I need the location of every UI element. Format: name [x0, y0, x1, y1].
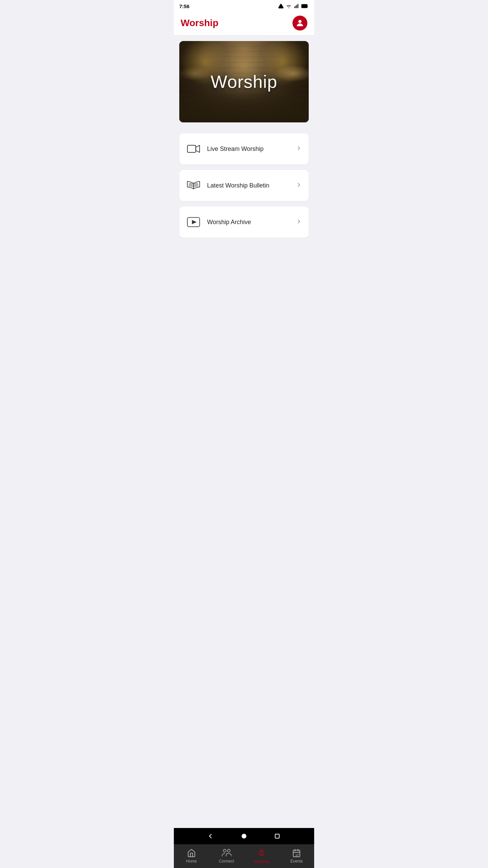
bulletin-card[interactable]: Latest Worship Bulletin	[179, 170, 309, 201]
open-book-icon	[186, 178, 201, 193]
archive-chevron	[296, 218, 302, 226]
bulletin-chevron	[296, 182, 302, 189]
signal-icon	[294, 3, 299, 9]
svg-marker-10	[196, 145, 200, 153]
svg-rect-5	[298, 4, 298, 8]
svg-rect-3	[296, 6, 296, 8]
alert-icon	[278, 3, 284, 9]
header: Worship	[174, 12, 314, 36]
archive-label: Worship Archive	[207, 219, 251, 226]
battery-icon	[301, 4, 309, 8]
svg-point-8	[298, 20, 301, 23]
profile-avatar-button[interactable]	[292, 16, 307, 31]
svg-rect-7	[302, 5, 306, 7]
status-bar: 7:56	[174, 0, 314, 12]
status-time: 7:56	[179, 3, 189, 9]
bulletin-left: Latest Worship Bulletin	[186, 178, 269, 193]
svg-rect-2	[294, 6, 295, 8]
svg-line-11	[189, 183, 193, 184]
svg-line-14	[194, 183, 198, 184]
archive-card[interactable]: Worship Archive	[179, 206, 309, 238]
svg-rect-4	[297, 5, 297, 8]
svg-line-12	[189, 184, 193, 185]
hero-banner: Worship	[179, 41, 309, 122]
live-stream-card[interactable]: Live Stream Worship	[179, 133, 309, 164]
live-stream-left: Live Stream Worship	[186, 141, 264, 156]
hero-title: Worship	[211, 72, 278, 92]
archive-left: Worship Archive	[186, 215, 251, 230]
app-title: Worship	[181, 18, 218, 28]
svg-line-13	[188, 186, 193, 186]
menu-cards-container: Live Stream Worship	[174, 128, 314, 265]
hero-image: Worship	[179, 41, 309, 122]
svg-marker-18	[192, 220, 197, 224]
video-camera-icon	[186, 141, 201, 156]
bulletin-label: Latest Worship Bulletin	[207, 182, 269, 189]
svg-line-15	[194, 184, 198, 185]
play-icon	[186, 215, 201, 230]
live-stream-chevron	[296, 145, 302, 153]
live-stream-label: Live Stream Worship	[207, 145, 264, 153]
status-icons	[278, 3, 309, 9]
user-icon	[295, 18, 305, 28]
wifi-icon	[286, 3, 292, 9]
svg-rect-9	[187, 145, 196, 153]
svg-line-16	[194, 186, 199, 186]
